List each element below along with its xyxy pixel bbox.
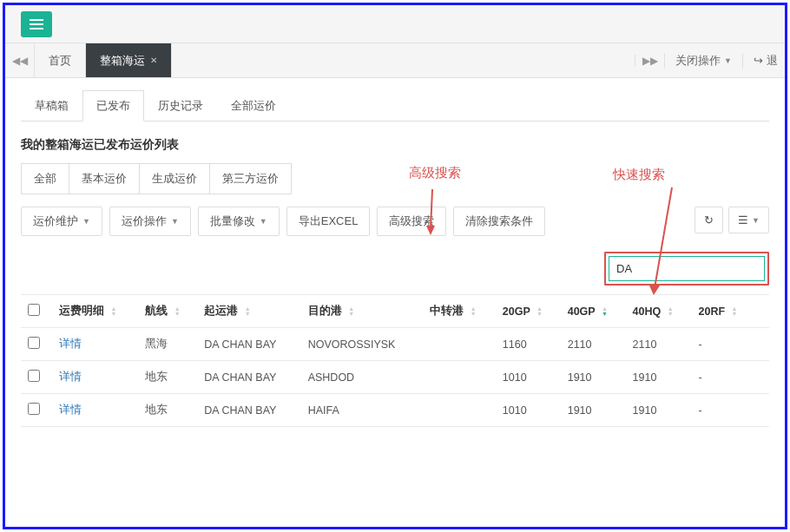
column-header[interactable]: 20RF ▲▼ xyxy=(691,295,755,328)
close-operations-dropdown[interactable]: 关闭操作 ▼ xyxy=(664,53,742,69)
cell-pol: DA CHAN BAY xyxy=(197,394,300,427)
cell-route: 黑海 xyxy=(138,328,197,361)
adv-search-label: 高级搜索 xyxy=(389,213,434,229)
cell-20rf: - xyxy=(691,394,755,427)
column-header[interactable]: 40HQ ▲▼ xyxy=(626,295,692,328)
hamburger-menu-button[interactable] xyxy=(21,11,52,37)
cell-40hq: 1910 xyxy=(626,361,692,394)
advanced-search-button[interactable]: 高级搜索 xyxy=(377,207,446,236)
status-tab-2[interactable]: 历史记录 xyxy=(144,90,217,122)
select-all-checkbox[interactable] xyxy=(28,304,40,316)
row-checkbox[interactable] xyxy=(28,337,40,349)
detail-link[interactable]: 详情 xyxy=(52,328,138,361)
rate-maintain-label: 运价维护 xyxy=(33,213,78,229)
rate-table: 运费明细 ▲▼航线 ▲▼起运港 ▲▼目的港 ▲▼中转港 ▲▼20GP ▲▼40G… xyxy=(21,294,769,427)
main-content: 草稿箱已发布历史记录全部运价 我的整箱海运已发布运价列表 全部基本运价生成运价第… xyxy=(5,78,785,439)
tab-fcl-label: 整箱海运 xyxy=(100,53,145,69)
caret-down-icon: ▼ xyxy=(82,217,90,226)
logout-icon: ↪ xyxy=(754,54,763,67)
column-header[interactable]: 航线 ▲▼ xyxy=(138,295,197,328)
column-header[interactable]: 40GP ▲▼ xyxy=(561,295,626,328)
type-tab-2[interactable]: 生成运价 xyxy=(140,164,210,194)
caret-down-icon: ▼ xyxy=(171,217,179,226)
clear-search-button[interactable]: 清除搜索条件 xyxy=(453,207,545,236)
cell-40gp: 1910 xyxy=(561,361,626,394)
status-tab-1[interactable]: 已发布 xyxy=(82,90,144,122)
list-icon: ☰ xyxy=(738,213,748,227)
cell-40gp: 1910 xyxy=(561,394,626,427)
cell-20gp: 1010 xyxy=(496,361,561,394)
search-input[interactable] xyxy=(609,256,765,281)
quick-search-highlight xyxy=(604,252,769,286)
status-tab-0[interactable]: 草稿箱 xyxy=(21,90,82,122)
close-ops-label: 关闭操作 xyxy=(675,53,721,69)
batch-edit-label: 批量修改 xyxy=(210,213,255,229)
status-tabs: 草稿箱已发布历史记录全部运价 xyxy=(21,90,769,122)
tab-home-label: 首页 xyxy=(49,53,71,69)
type-tabs: 全部基本运价生成运价第三方运价 xyxy=(21,163,292,194)
top-bar xyxy=(5,5,785,43)
caret-down-icon: ▼ xyxy=(724,56,732,65)
chevron-double-right-icon: ▶▶ xyxy=(642,55,658,67)
cell-via xyxy=(423,394,496,427)
cell-pol: DA CHAN BAY xyxy=(197,361,300,394)
column-header[interactable]: 中转港 ▲▼ xyxy=(423,295,496,328)
type-tab-3[interactable]: 第三方运价 xyxy=(210,164,291,194)
tab-fcl-shipping[interactable]: 整箱海运 ✕ xyxy=(86,43,172,77)
tab-home[interactable]: 首页 xyxy=(35,43,86,77)
cell-20gp: 1160 xyxy=(496,328,561,361)
column-header[interactable]: 起运港 ▲▼ xyxy=(197,295,300,328)
row-checkbox[interactable] xyxy=(28,370,40,382)
chevron-double-left-icon: ◀◀ xyxy=(12,55,28,67)
row-checkbox[interactable] xyxy=(28,403,40,415)
toolbar: 运价维护 ▼ 运价操作 ▼ 批量修改 ▼ 导出EXCEL 高级搜索 清除搜索条件 xyxy=(21,207,769,236)
detail-link[interactable]: 详情 xyxy=(52,394,138,427)
cell-route: 地东 xyxy=(138,394,197,427)
table-row: 详情黑海DA CHAN BAYNOVOROSSIYSK116021102110- xyxy=(21,328,769,361)
refresh-icon: ↻ xyxy=(704,213,714,227)
columns-dropdown[interactable]: ☰ ▼ xyxy=(728,207,769,233)
cell-pol: DA CHAN BAY xyxy=(197,328,300,361)
cell-40gp: 2110 xyxy=(561,328,626,361)
rate-maintain-dropdown[interactable]: 运价维护 ▼ xyxy=(21,207,102,236)
logout-label: 退 xyxy=(767,53,778,69)
type-tab-1[interactable]: 基本运价 xyxy=(69,164,140,194)
cell-pod: NOVOROSSIYSK xyxy=(301,328,424,361)
caret-down-icon: ▼ xyxy=(260,217,267,226)
tab-scroll-right-button[interactable]: ▶▶ xyxy=(635,55,664,67)
logout-button[interactable]: ↪ 退 xyxy=(742,53,785,69)
export-label: 导出EXCEL xyxy=(299,213,359,229)
table-row: 详情地东DA CHAN BAYASHDOD101019101910- xyxy=(21,361,769,394)
cell-pod: ASHDOD xyxy=(301,361,424,394)
clear-search-label: 清除搜索条件 xyxy=(465,213,533,229)
table-row: 详情地东DA CHAN BAYHAIFA101019101910- xyxy=(21,394,769,427)
cell-40hq: 2110 xyxy=(626,328,692,361)
cell-20rf: - xyxy=(691,361,755,394)
export-excel-button[interactable]: 导出EXCEL xyxy=(286,207,371,236)
batch-edit-dropdown[interactable]: 批量修改 ▼ xyxy=(198,207,280,236)
hamburger-icon xyxy=(30,19,43,30)
tab-scroll-left-button[interactable]: ◀◀ xyxy=(5,43,35,77)
close-icon[interactable]: ✕ xyxy=(150,56,157,65)
caret-down-icon: ▼ xyxy=(752,216,760,225)
cell-route: 地东 xyxy=(138,361,197,394)
cell-20gp: 1010 xyxy=(496,394,561,427)
column-header[interactable]: 20GP ▲▼ xyxy=(496,295,561,328)
page-tab-row: ◀◀ 首页 整箱海运 ✕ ▶▶ 关闭操作 ▼ ↪ 退 xyxy=(5,43,785,78)
refresh-button[interactable]: ↻ xyxy=(695,207,723,233)
column-header[interactable]: 运费明细 ▲▼ xyxy=(52,295,138,328)
column-header[interactable]: 目的港 ▲▼ xyxy=(301,295,424,328)
panel-title: 我的整箱海运已发布运价列表 xyxy=(21,137,769,153)
cell-via xyxy=(423,328,496,361)
cell-40hq: 1910 xyxy=(626,394,692,427)
rate-ops-label: 运价操作 xyxy=(122,213,167,229)
status-tab-3[interactable]: 全部运价 xyxy=(217,90,290,122)
cell-20rf: - xyxy=(691,328,755,361)
cell-via xyxy=(423,361,496,394)
type-tab-0[interactable]: 全部 xyxy=(22,164,69,194)
detail-link[interactable]: 详情 xyxy=(52,361,138,394)
rate-ops-dropdown[interactable]: 运价操作 ▼ xyxy=(109,207,191,236)
cell-pod: HAIFA xyxy=(301,394,424,427)
